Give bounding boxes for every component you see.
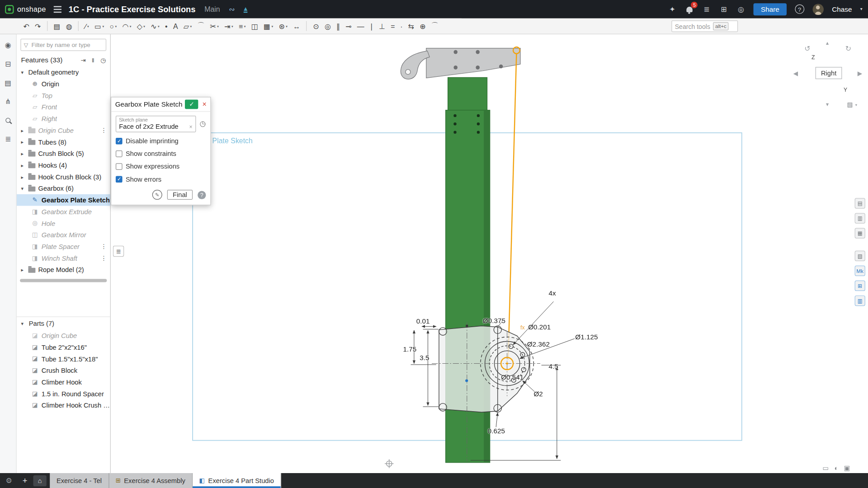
suppress-toggle-icon[interactable]: ‖ — [92, 57, 94, 64]
image-icon[interactable]: ◍ — [64, 20, 75, 32]
circular-pattern-icon[interactable]: ⊛ ▾ — [277, 20, 290, 32]
fix-constraint-icon[interactable]: ⊕ — [417, 20, 428, 32]
linear-pattern-icon[interactable]: ▦ ▾ — [261, 20, 275, 32]
feature-menu-icon[interactable]: ⋮ — [101, 127, 107, 134]
community-icon[interactable]: ◎ — [736, 5, 745, 14]
feature-item[interactable]: Top — [17, 89, 110, 101]
feature-item[interactable]: Hole — [17, 217, 110, 229]
tool-dropdown-caret-icon[interactable]: ▾ — [130, 24, 132, 28]
midpoint-constraint-icon[interactable]: ∙ — [398, 20, 405, 32]
walkthrough-icon[interactable]: ◐ — [835, 464, 839, 472]
app-grid-icon[interactable]: ⊞ — [719, 5, 728, 14]
tool-dropdown-caret-icon[interactable]: ▾ — [158, 24, 160, 28]
horizontal-constraint-icon[interactable]: ― — [355, 20, 367, 32]
toolbar-separator[interactable] — [78, 21, 79, 31]
model-viewport[interactable] — [0, 0, 868, 488]
coincident-constraint-icon[interactable]: ⊙ — [311, 20, 321, 32]
view-menu-caret-icon[interactable]: ▾ — [855, 103, 857, 108]
expander-icon[interactable] — [21, 174, 28, 179]
share-link-icon[interactable]: ∾ — [229, 5, 235, 13]
part-item[interactable]: Tube 1.5"x1.5"x18" — [17, 353, 110, 365]
hamburger-menu-icon[interactable] — [54, 6, 61, 13]
polygon-tool-icon[interactable]: ◇ ▾ — [135, 20, 147, 32]
dialog-option-row[interactable]: Show constraints — [116, 150, 206, 158]
expander-icon[interactable] — [21, 70, 28, 75]
text-tool-icon[interactable]: A — [171, 20, 180, 32]
rotate-left-icon[interactable]: ◀ — [793, 70, 798, 77]
search-icon[interactable] — [3, 115, 13, 125]
feature-item[interactable]: Hook Crush Block (3) — [17, 171, 110, 183]
user-avatar[interactable] — [812, 4, 823, 14]
tangent-constraint-icon[interactable]: ⊸ — [343, 20, 354, 32]
sketch-point[interactable] — [465, 379, 468, 382]
clear-selection-icon[interactable]: × — [189, 124, 193, 130]
document-tab[interactable]: Exercise 4 Assembly — [109, 473, 193, 488]
document-title[interactable]: 1C - Practice Exercise Solutions — [69, 5, 196, 14]
expander-icon[interactable] — [21, 321, 27, 326]
task-manager-icon[interactable]: ≣ — [702, 5, 711, 14]
part-item[interactable]: Climber Hook — [17, 376, 110, 388]
tool-dropdown-caret-icon[interactable]: ▾ — [217, 24, 219, 28]
cancel-button[interactable]: × — [202, 100, 206, 108]
symmetry-constraint-icon[interactable]: ⇆ — [406, 20, 416, 32]
sketch-plane-field[interactable]: Sketch plane Face of 2x2 Extrude × — [116, 116, 196, 132]
gearbox-plate-sketch-geometry[interactable] — [439, 326, 533, 412]
fillet-tool-icon[interactable]: ⌒ — [195, 20, 207, 32]
normal-constraint-icon[interactable]: ⌒ — [429, 20, 441, 32]
follow-mode-icon[interactable]: ◉ — [3, 40, 13, 50]
sketch-tools-icon[interactable]: ✎ — [152, 190, 162, 200]
notifications-icon[interactable]: 5 — [685, 5, 694, 14]
perpendicular-constraint-icon[interactable]: ⊥ — [377, 20, 387, 32]
parallel-constraint-icon[interactable]: ∥ — [334, 20, 342, 32]
final-button[interactable]: Final — [167, 190, 193, 200]
help-chat-icon[interactable]: ▭ — [823, 464, 829, 472]
sheet-icon[interactable]: ▤ — [52, 20, 63, 32]
appearance-panel-icon[interactable]: ▥ — [855, 213, 865, 223]
rotate-right-icon[interactable]: ▶ — [858, 70, 862, 77]
feature-item[interactable]: Plate Spacer ⋮ — [17, 241, 110, 253]
arc-tool-icon[interactable]: ◠ ▾ — [120, 20, 134, 32]
dimension-tool-icon[interactable]: ↔ — [291, 20, 302, 32]
part-item[interactable]: Tube 2"x2"x16" — [17, 342, 110, 353]
checkbox-icon[interactable] — [116, 176, 123, 183]
display-states-icon[interactable]: ▦ — [855, 228, 865, 238]
new-tab-button[interactable]: + — [18, 473, 32, 488]
sketch-handle[interactable] — [466, 325, 468, 327]
checkbox-icon[interactable] — [116, 138, 123, 145]
slot-tool-icon[interactable]: ▱ ▾ — [181, 20, 194, 32]
selected-center-point[interactable] — [506, 362, 508, 365]
feature-item[interactable]: Tubes (8) — [17, 136, 110, 148]
feature-menu-icon[interactable]: ⋮ — [101, 254, 107, 262]
tab-settings-gear-icon[interactable]: ⚙ — [0, 473, 18, 488]
tool-dropdown-caret-icon[interactable]: ▾ — [272, 24, 274, 28]
onshape-logo-text[interactable]: onshape — [17, 5, 46, 13]
part-item[interactable]: Origin Cube — [17, 330, 110, 342]
tool-dropdown-caret-icon[interactable]: ▾ — [286, 24, 288, 28]
trim-tool-icon[interactable]: ✂ ▾ — [208, 20, 221, 32]
undo-icon[interactable]: ↶ — [21, 20, 32, 32]
redo-icon[interactable]: ↷ — [33, 20, 43, 32]
ai-advisor-icon[interactable]: ✦ — [668, 5, 677, 14]
feature-item[interactable]: Gearbox Plate Sketch — [17, 194, 110, 206]
expander-icon[interactable] — [21, 162, 28, 168]
dialog-option-row[interactable]: Disable imprinting — [116, 137, 206, 145]
tool-dropdown-caret-icon[interactable]: ▾ — [102, 24, 104, 28]
expander-icon[interactable] — [21, 139, 28, 145]
expander-icon[interactable] — [21, 127, 28, 133]
feature-item[interactable]: Origin — [17, 78, 110, 90]
dialog-title[interactable]: Gearbox Plate Sketch — [115, 100, 185, 108]
checkbox-icon[interactable] — [116, 163, 123, 170]
canvas-context-toolbar-handle[interactable]: ≣ — [113, 246, 124, 257]
display-settings-icon[interactable]: ▣ — [844, 464, 850, 472]
tool-dropdown-caret-icon[interactable]: ▾ — [231, 24, 233, 28]
rotate-ccw-icon[interactable]: ↺ — [804, 44, 810, 52]
extend-tool-icon[interactable]: ⇥ ▾ — [222, 20, 235, 32]
history-clock-icon[interactable]: ◷ — [200, 119, 206, 127]
equal-constraint-icon[interactable]: = — [388, 20, 397, 32]
origin-marker[interactable] — [385, 459, 394, 468]
tool-dropdown-caret-icon[interactable]: ▾ — [143, 24, 145, 28]
feature-item[interactable]: Rope Model (2) — [17, 264, 110, 276]
expander-icon[interactable] — [21, 186, 28, 191]
concentric-constraint-icon[interactable]: ◎ — [322, 20, 333, 32]
dialog-option-row[interactable]: Show errors — [116, 175, 206, 183]
